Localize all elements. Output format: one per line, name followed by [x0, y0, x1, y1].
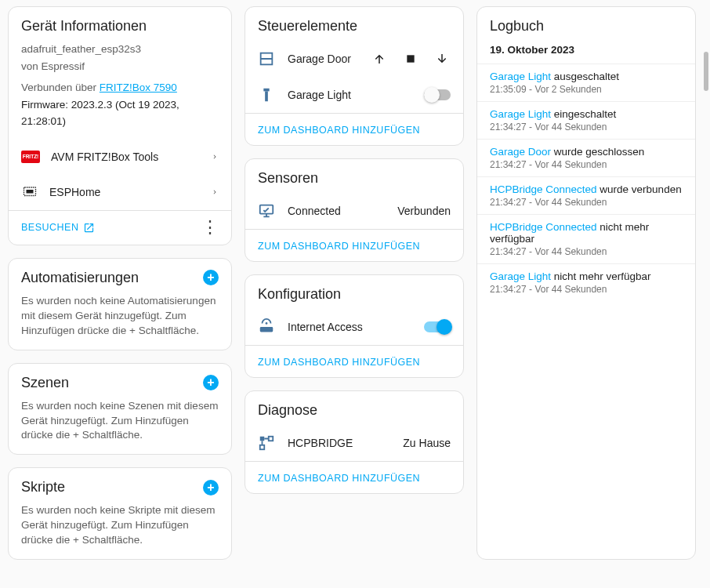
log-entry-meta: 21:34:27 - Vor 44 Sekunden — [490, 197, 683, 208]
scripts-text: Es wurden noch keine Skripte mit diesem … — [9, 502, 231, 559]
config-title: Konfiguration — [245, 275, 463, 309]
garage-icon — [258, 50, 275, 67]
log-entry-text: eingeschaltet — [551, 108, 616, 120]
svg-point-8 — [266, 322, 268, 325]
device-info-card: Gerät Informationen adafruit_feather_esp… — [8, 6, 232, 245]
config-card: Konfiguration Internet Access ZUM DASHBO… — [245, 274, 464, 378]
device-manufacturer: von Espressif — [21, 58, 219, 75]
svg-rect-6 — [265, 91, 268, 101]
svg-rect-1 — [27, 190, 34, 194]
add-to-dashboard-button[interactable]: ZUM DASHBOARD HINZUFÜGEN — [258, 473, 420, 484]
visit-button[interactable]: BESUCHEN — [18, 217, 98, 238]
log-entry-text: nicht mehr verfügbar — [551, 270, 651, 282]
scenes-card: Szenen + Es wurden noch keine Szenen mit… — [8, 363, 232, 456]
controls-title: Steuerelemente — [245, 7, 463, 41]
add-to-dashboard-button[interactable]: ZUM DASHBOARD HINZUFÜGEN — [258, 241, 420, 252]
svg-rect-9 — [260, 327, 273, 332]
esphome-icon — [21, 185, 38, 199]
svg-rect-11 — [269, 437, 273, 441]
svg-rect-12 — [260, 445, 265, 450]
entity-row-garage-light[interactable]: Garage Light — [245, 77, 463, 113]
log-entry: Garage Light nicht mehr verfügbar21:34:2… — [477, 263, 695, 301]
add-to-dashboard-button[interactable]: ZUM DASHBOARD HINZUFÜGEN — [258, 125, 420, 136]
entity-state: Verbunden — [397, 205, 451, 217]
log-entry-text: wurde verbunden — [597, 183, 682, 195]
log-entity-link[interactable]: HCPBridge Connected — [490, 221, 597, 233]
entity-label: Garage Door — [288, 53, 358, 65]
log-entry: HCPBridge Connected nicht mehr verfügbar… — [477, 214, 695, 263]
log-entity-link[interactable]: Garage Light — [490, 108, 551, 120]
chevron-right-icon — [211, 151, 219, 162]
open-in-new-icon — [83, 222, 95, 234]
add-script-button[interactable]: + — [203, 480, 219, 495]
integration-label: AVM FRITZ!Box Tools — [51, 151, 200, 163]
diagnose-card: Diagnose HCPBRIDGE Zu Hause ZUM DASHBOAR… — [245, 390, 464, 494]
log-entry-meta: 21:35:09 - Vor 2 Sekunden — [490, 84, 683, 95]
device-info-title: Gerät Informationen — [9, 7, 231, 41]
sensors-card: Sensoren Connected Verbunden ZUM DASHBOA… — [245, 158, 464, 262]
svg-rect-10 — [260, 437, 265, 441]
scenes-title: Szenen — [21, 375, 69, 391]
entity-row-internet-access[interactable]: Internet Access — [245, 309, 463, 345]
logbook-title: Logbuch — [477, 7, 695, 41]
network-icon — [258, 434, 275, 452]
entity-row-connected[interactable]: Connected Verbunden — [245, 193, 463, 229]
log-entry: Garage Light eingeschaltet21:34:27 - Vor… — [477, 101, 695, 139]
device-connected: Verbunden über FRITZ!Box 7590 — [21, 79, 219, 96]
integration-label: ESPHome — [49, 186, 200, 198]
monitor-icon — [258, 202, 275, 220]
light-switch[interactable] — [424, 89, 451, 100]
router-icon — [258, 318, 275, 336]
scripts-card: Skripte + Es wurden noch keine Skripte m… — [8, 467, 232, 560]
scripts-title: Skripte — [21, 479, 65, 495]
add-to-dashboard-button[interactable]: ZUM DASHBOARD HINZUFÜGEN — [258, 357, 420, 368]
svg-rect-5 — [263, 89, 269, 92]
controls-card: Steuerelemente Garage Door Garage Light — [245, 6, 464, 146]
integration-row-fritz[interactable]: FRITZ! AVM FRITZ!Box Tools — [9, 140, 231, 174]
log-entry-meta: 21:34:27 - Vor 44 Sekunden — [490, 284, 683, 295]
entity-label: Internet Access — [288, 321, 411, 333]
log-entry: Garage Door wurde geschlossen21:34:27 - … — [477, 139, 695, 176]
add-automation-button[interactable]: + — [203, 270, 219, 285]
fritz-icon: FRITZ! — [21, 151, 40, 163]
log-entry-meta: 21:34:27 - Vor 44 Sekunden — [490, 246, 683, 257]
svg-rect-4 — [407, 55, 414, 62]
log-entry: Garage Light ausgeschaltet21:35:09 - Vor… — [477, 64, 695, 101]
log-entity-link[interactable]: Garage Light — [490, 71, 551, 82]
more-menu-button[interactable]: ⋮ — [198, 223, 222, 232]
device-model: adafruit_feather_esp32s3 — [21, 41, 219, 58]
entity-row-garage-door[interactable]: Garage Door — [245, 41, 463, 77]
log-entry-text: ausgeschaltet — [551, 71, 619, 82]
diagnose-title: Diagnose — [245, 391, 463, 425]
log-entity-link[interactable]: Garage Light — [490, 270, 551, 282]
automations-card: Automatisierungen + Es wurden noch keine… — [8, 258, 232, 350]
entity-row-hcpbridge[interactable]: HCPBRIDGE Zu Hause — [245, 425, 463, 461]
automations-text: Es wurden noch keine Automatisierungen m… — [9, 292, 231, 350]
cover-stop-button[interactable] — [402, 50, 419, 67]
automations-title: Automatisierungen — [21, 270, 139, 286]
logbook-date: 19. Oktober 2023 — [477, 41, 695, 64]
entity-label: HCPBRIDGE — [288, 437, 390, 449]
logbook-card: Logbuch 19. Oktober 2023 Garage Light au… — [476, 6, 696, 560]
device-firmware: Firmware: 2023.2.3 (Oct 19 2023, 21:28:0… — [21, 96, 219, 130]
entity-label: Connected — [288, 205, 385, 217]
add-scene-button[interactable]: + — [203, 375, 219, 390]
sensors-title: Sensoren — [245, 159, 463, 193]
entity-state: Zu Hause — [403, 437, 451, 449]
cover-open-button[interactable] — [371, 50, 388, 67]
log-entity-link[interactable]: Garage Door — [490, 146, 551, 158]
chevron-right-icon — [211, 187, 219, 198]
parent-device-link[interactable]: FRITZ!Box 7590 — [100, 82, 177, 93]
log-entry: HCPBridge Connected wurde verbunden21:34… — [477, 176, 695, 214]
log-entry-meta: 21:34:27 - Vor 44 Sekunden — [490, 122, 683, 132]
log-entry-meta: 21:34:27 - Vor 44 Sekunden — [490, 159, 683, 170]
log-entry-text: wurde geschlossen — [551, 146, 644, 158]
integration-row-esphome[interactable]: ESPHome — [9, 174, 231, 210]
logbook-body[interactable]: 19. Oktober 2023 Garage Light ausgeschal… — [477, 41, 695, 559]
log-entity-link[interactable]: HCPBridge Connected — [490, 183, 597, 195]
entity-label: Garage Light — [288, 89, 411, 101]
internet-switch[interactable] — [424, 321, 451, 332]
cover-close-button[interactable] — [433, 50, 451, 67]
light-icon — [258, 86, 275, 103]
scenes-text: Es wurden noch keine Szenen mit diesem G… — [9, 397, 231, 455]
